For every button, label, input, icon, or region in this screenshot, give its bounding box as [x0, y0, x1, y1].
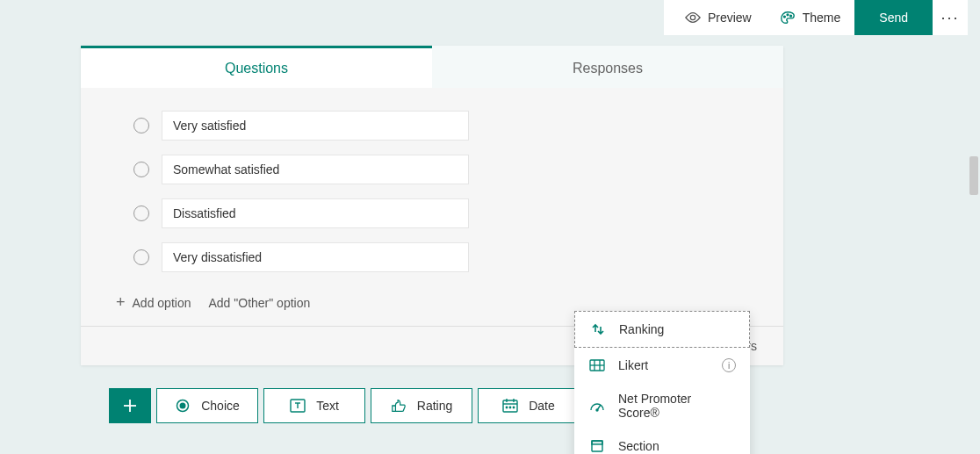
theme-button[interactable]: Theme	[766, 0, 855, 35]
header-toolbar: Preview Theme Send ···	[664, 0, 968, 35]
ellipsis-icon: ···	[940, 9, 959, 27]
add-question-toolbar: Choice Text Rating	[109, 388, 580, 423]
radio-icon[interactable]	[133, 249, 149, 265]
tab-questions-label: Questions	[225, 61, 288, 76]
popup-item-ranking[interactable]: Ranking	[574, 311, 750, 348]
radio-icon[interactable]	[133, 205, 149, 221]
svg-point-0	[690, 15, 695, 19]
nps-icon	[588, 397, 606, 414]
type-date-button[interactable]: Date	[478, 388, 580, 423]
tab-responses-label: Responses	[573, 61, 643, 76]
option-input[interactable]: Very dissatisfied	[162, 242, 469, 272]
svg-point-23	[596, 409, 598, 411]
section-icon	[588, 437, 606, 454]
option-row: Somewhat satisfied	[81, 148, 783, 191]
scrollbar-thumb[interactable]	[969, 156, 978, 195]
svg-rect-11	[503, 400, 517, 412]
type-choice-label: Choice	[201, 399, 240, 413]
option-row: Very dissatisfied	[81, 235, 783, 279]
svg-point-1	[783, 16, 785, 18]
option-text: Dissatisfied	[173, 206, 236, 220]
more-button[interactable]: ···	[933, 0, 968, 35]
radio-icon[interactable]	[133, 118, 149, 133]
radio-icon[interactable]	[133, 162, 149, 177]
popup-likert-label: Likert	[618, 358, 648, 372]
popup-item-nps[interactable]: Net Promoter Score®	[574, 383, 750, 429]
plus-icon	[121, 397, 139, 414]
add-option-button[interactable]: + Add option	[116, 293, 191, 312]
popup-nps-label: Net Promoter Score®	[618, 392, 736, 420]
add-option-label: Add option	[133, 296, 191, 310]
svg-point-2	[787, 14, 789, 16]
tabs: Questions Responses	[81, 46, 783, 88]
send-button[interactable]: Send	[854, 0, 933, 35]
type-rating-button[interactable]: Rating	[371, 388, 472, 423]
type-date-label: Date	[529, 399, 555, 413]
add-other-button[interactable]: Add "Other" option	[208, 296, 310, 310]
option-input[interactable]: Very satisfied	[162, 111, 469, 141]
send-label: Send	[879, 11, 908, 25]
svg-point-3	[789, 15, 791, 17]
choice-icon	[175, 398, 191, 414]
tab-questions[interactable]: Questions	[81, 46, 432, 88]
option-row: Very satisfied	[81, 104, 783, 148]
date-icon	[502, 398, 518, 414]
svg-point-7	[180, 403, 186, 409]
popup-item-section[interactable]: Section	[574, 429, 750, 454]
type-text-label: Text	[316, 399, 339, 413]
add-question-button[interactable]	[109, 388, 151, 423]
text-icon	[290, 398, 306, 414]
ranking-icon	[589, 321, 607, 338]
more-types-popup: Ranking Likert i Net Promoter Score®	[574, 311, 750, 454]
theme-label: Theme	[803, 11, 841, 25]
type-choice-button[interactable]: Choice	[156, 388, 258, 423]
option-row: Dissatisfied	[81, 191, 783, 235]
type-rating-label: Rating	[417, 399, 452, 413]
popup-section-label: Section	[618, 439, 659, 453]
option-text: Somewhat satisfied	[173, 162, 279, 177]
eye-icon	[685, 10, 701, 25]
type-text-button[interactable]: Text	[263, 388, 365, 423]
svg-point-15	[507, 407, 508, 407]
info-icon[interactable]: i	[722, 358, 736, 372]
option-input[interactable]: Somewhat satisfied	[162, 155, 469, 184]
add-other-label: Add "Other" option	[208, 296, 310, 310]
option-text: Very satisfied	[173, 119, 246, 133]
popup-item-likert[interactable]: Likert i	[574, 348, 750, 383]
option-text: Very dissatisfied	[173, 250, 262, 264]
svg-point-16	[510, 407, 511, 407]
preview-button[interactable]: Preview	[671, 0, 766, 35]
theme-icon	[780, 10, 796, 25]
tab-responses[interactable]: Responses	[432, 46, 783, 88]
option-input[interactable]: Dissatisfied	[162, 198, 469, 228]
svg-rect-25	[592, 441, 602, 444]
likert-icon	[588, 357, 606, 374]
svg-point-17	[514, 407, 515, 407]
rating-icon	[391, 398, 407, 414]
preview-label: Preview	[708, 11, 752, 25]
plus-icon: +	[116, 293, 126, 312]
popup-ranking-label: Ranking	[619, 322, 664, 336]
